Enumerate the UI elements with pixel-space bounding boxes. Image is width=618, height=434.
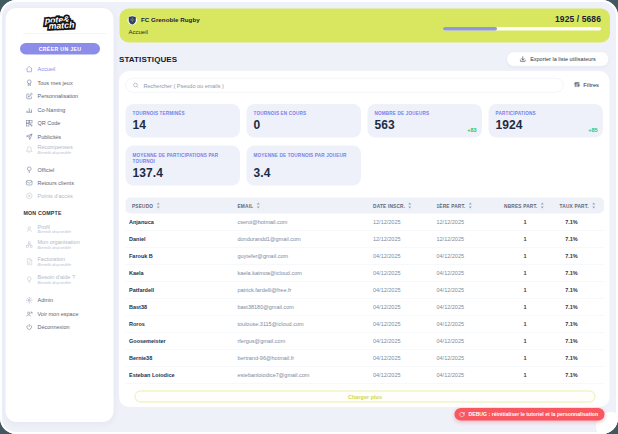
svg-text:match: match [48,20,74,31]
